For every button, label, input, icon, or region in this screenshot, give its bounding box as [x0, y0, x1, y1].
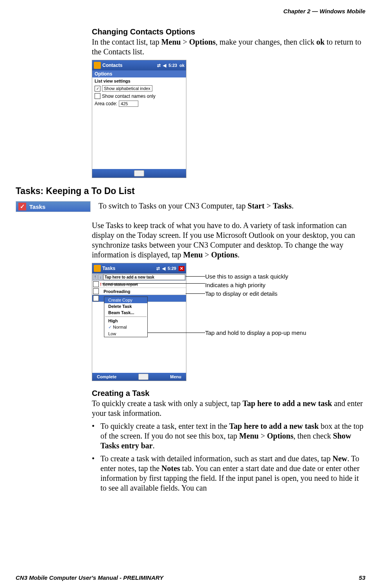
task-row-2[interactable]: Proofreading	[92, 288, 186, 295]
signal-icon: ⇄	[156, 266, 160, 271]
task-subject: Send status report	[103, 282, 138, 287]
section-heading-creating-task: Creating a Task	[92, 389, 365, 398]
menu-normal[interactable]: ✓ Normal	[104, 324, 147, 331]
task-subject: Proofreading	[104, 289, 130, 294]
softkey-menu[interactable]: Menu	[170, 374, 181, 379]
contacts-options-screenshot: Contacts ⇄ ◀︎ 5:23 ok Options List view …	[92, 60, 186, 178]
signal-icon: ⇄	[157, 63, 161, 68]
body-paragraph: To switch to Tasks on your CN3 Computer,…	[98, 201, 365, 211]
priority-icon: !	[99, 282, 103, 287]
close-button[interactable]: ✕	[179, 266, 184, 271]
page-number: 53	[359, 574, 365, 581]
keyboard-icon[interactable]	[134, 170, 144, 176]
menu-high[interactable]: High	[104, 318, 147, 324]
annotation-entry-bar: Use this to assign a task quickly	[205, 273, 288, 280]
footer-title: CN3 Mobile Computer User's Manual - PREL…	[16, 574, 163, 581]
start-icon	[94, 62, 101, 69]
ok-button[interactable]: ok	[179, 63, 184, 68]
annotation-tap-details: Tap to display or edit details	[205, 290, 277, 297]
page-header: Chapter 2 — Windows Mobile	[283, 8, 365, 14]
bullet-item: • To create a task with detailed informa…	[92, 454, 365, 493]
checkbox-label: Show contact names only	[102, 94, 156, 99]
volume-icon: ◀︎	[163, 63, 166, 68]
menu-create-copy[interactable]: Create Copy	[104, 297, 147, 303]
volume-icon: ◀︎	[162, 266, 165, 271]
options-subbar: Options	[92, 70, 186, 77]
priority-sort[interactable]: !	[93, 274, 97, 280]
annotation-popup: Tap and hold to display a pop-up menu	[205, 329, 306, 336]
checkbox-label: Show alphabetical index	[102, 85, 152, 92]
tasks-screenshot: Tasks ⇄ ◀︎ 5:29 ✕ ! ↓ Tap here to add a …	[92, 263, 186, 381]
checkbox-contact-names[interactable]	[95, 93, 100, 99]
body-paragraph: To quickly create a task with only a sub…	[92, 399, 365, 418]
bottom-bar	[92, 169, 186, 178]
task-row-1[interactable]: ! Send status report	[92, 281, 186, 288]
task-checkbox[interactable]	[93, 281, 99, 287]
keyboard-icon[interactable]	[138, 374, 148, 380]
area-code-input[interactable]: 425	[119, 101, 138, 107]
tasks-icon: ✓	[18, 203, 26, 210]
titlebar: Contacts ⇄ ◀︎ 5:23 ok	[92, 60, 186, 70]
annotation-priority: Indicates a high priority	[205, 282, 265, 288]
page-footer: CN3 Mobile Computer User's Manual - PREL…	[16, 574, 365, 581]
body-paragraph: In the contact list, tap Menu > Options,…	[92, 37, 365, 57]
menu-delete-task[interactable]: Delete Task	[104, 303, 147, 309]
menu-beam-task[interactable]: Beam Task...	[104, 309, 147, 316]
softkey-bar: Complete Menu	[92, 373, 186, 381]
checkbox-alpha-index[interactable]: ✓	[95, 86, 100, 92]
task-checkbox[interactable]	[93, 295, 99, 301]
context-menu: Create Copy Delete Task Beam Task... Hig…	[104, 297, 148, 337]
clock: 5:29	[168, 266, 176, 271]
sort-dropdown[interactable]: ↓	[98, 274, 103, 280]
tasks-app-icon: ✓ Tasks	[16, 201, 91, 212]
task-checkbox[interactable]	[93, 288, 99, 294]
bullet-item: • To quickly create a task, enter text i…	[92, 421, 365, 451]
section-label: List view settings	[92, 77, 186, 85]
menu-low[interactable]: Low	[104, 331, 147, 337]
new-task-input[interactable]: Tap here to add a new task	[103, 274, 185, 280]
task-entry-bar: ! ↓ Tap here to add a new task	[92, 273, 186, 281]
softkey-complete[interactable]: Complete	[97, 374, 116, 379]
section-heading-changing-contacts: Changing Contacts Options	[92, 27, 365, 36]
body-paragraph: Use Tasks to keep track of what you have…	[92, 221, 365, 260]
area-code-label: Area code:	[95, 101, 117, 106]
clock: 5:23	[168, 63, 177, 68]
titlebar: Tasks ⇄ ◀︎ 5:29 ✕	[92, 263, 186, 273]
start-icon	[94, 265, 101, 272]
section-heading-tasks: Tasks: Keeping a To Do List	[16, 186, 365, 196]
